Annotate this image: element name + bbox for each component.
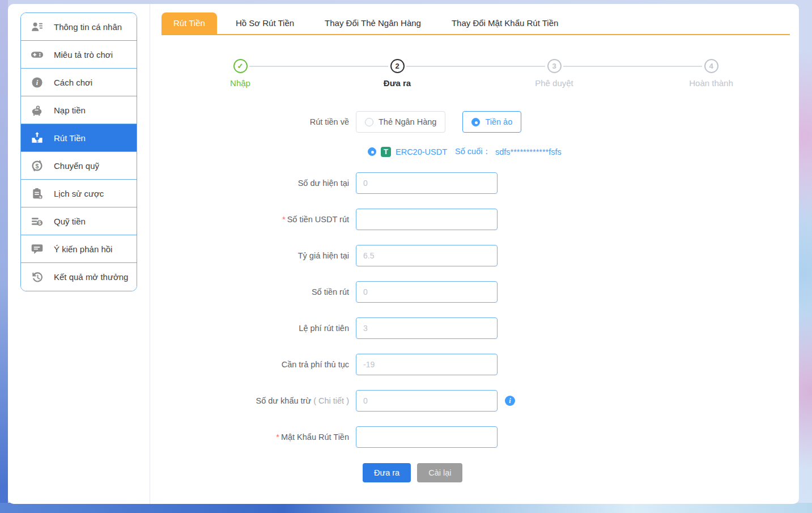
field-label: Lệ phí rút tiên [299, 324, 349, 333]
radio-dot [365, 118, 373, 126]
sidebar-item-personal-info[interactable]: Thông tin cá nhân [21, 13, 137, 41]
step-complete: 4 Hoàn thành [666, 59, 756, 88]
crypto-masked-address: sdfs************fsfs [495, 147, 562, 156]
withdraw-password-input[interactable] [356, 426, 498, 448]
field-label: Số dư khấu trừ [256, 396, 312, 405]
form-actions: Đưa ra Cài lại [363, 463, 799, 482]
gamepad-icon [31, 48, 44, 61]
tab-change-bank-card[interactable]: Thay Đổi Thẻ Ngân Hàng [313, 12, 433, 34]
withdraw-fee-input[interactable] [356, 317, 498, 339]
tab-withdraw[interactable]: Rút Tiền [161, 12, 217, 34]
step-submit: 2 Đưa ra [352, 59, 443, 88]
processing-fee-input[interactable] [356, 354, 498, 375]
withdraw-icon: $ [31, 132, 44, 145]
tab-change-withdraw-password[interactable]: Thay Đổi Mật Khẩu Rút Tiền [440, 12, 570, 34]
bet-history-icon: $ [31, 187, 44, 200]
details-link[interactable]: ( Chi tiết ) [313, 396, 349, 405]
info-icon: i [31, 76, 44, 89]
info-icon[interactable]: i [505, 396, 515, 406]
progress-stepper: ✓ Nhập 2 Đưa ra 3 Phê duyệt 4 Hoàn thành [150, 59, 799, 95]
sidebar-item-bet-history[interactable]: $ Lịch sử cược [21, 180, 137, 207]
required-marker: * [276, 433, 279, 442]
withdraw-amount-row: Số tiền rút [150, 281, 799, 303]
main-panel: Thông tin cá nhân Miêu tả trò chơi i Các… [8, 4, 799, 504]
sidebar-item-label: Rút Tiền [54, 133, 86, 143]
radio-dot-selected [471, 118, 480, 126]
sidebar-item-label: Chuyển quỹ [54, 161, 99, 171]
sidebar: Thông tin cá nhân Miêu tả trò chơi i Các… [20, 12, 137, 291]
svg-text:$: $ [36, 138, 39, 143]
svg-text:i: i [36, 79, 39, 87]
svg-text:$: $ [39, 194, 41, 198]
deduction-balance-row: Số dư khấu trừ ( Chi tiết ) i [150, 390, 799, 412]
reset-button[interactable]: Cài lại [417, 463, 462, 482]
tether-icon: T [381, 147, 391, 157]
sidebar-item-label: Nạp tiền [54, 105, 86, 115]
processing-fee-row: Cần trả phí thủ tục [150, 354, 799, 375]
sidebar-item-label: Kết quả mở thưởng [54, 272, 128, 282]
sidebar-item-funds[interactable]: $ Quỹ tiền [21, 207, 137, 235]
withdraw-fee-row: Lệ phí rút tiên [150, 317, 799, 339]
usdt-amount-row: *Số tiền USDT rút [150, 209, 799, 230]
sidebar-item-game-description[interactable]: Miêu tả trò chơi [21, 41, 137, 69]
sidebar-item-label: Ý kiến phản hồi [54, 244, 112, 254]
field-label: Số tiền rút [312, 287, 349, 296]
step-input: ✓ Nhập [195, 59, 286, 88]
current-balance-row: Số dư hiện tại [150, 172, 799, 194]
tab-bar: Rút Tiền Hồ Sơ Rút Tiền Thay Đổi Thẻ Ngâ… [161, 12, 790, 35]
field-label: Tỷ giá hiện tại [298, 251, 349, 260]
radio-bank-card[interactable]: Thẻ Ngân Hàng [356, 111, 445, 133]
sidebar-item-label: Thông tin cá nhân [54, 22, 122, 32]
exchange-rate-input[interactable] [356, 245, 498, 266]
withdraw-destination-label: Rút tiền về [150, 111, 356, 133]
funds-icon: $ [31, 215, 44, 228]
field-label: Mật Khẩu Rút Tiền [281, 433, 349, 442]
sidebar-item-label: Cách chơi [54, 78, 92, 87]
piggy-bank-icon [31, 104, 44, 117]
sidebar-item-label: Quỹ tiền [54, 217, 86, 226]
feedback-icon [31, 243, 44, 256]
withdraw-destination-options: Thẻ Ngân Hàng Tiền ảo [356, 111, 521, 133]
draw-results-icon [31, 270, 44, 283]
current-balance-input[interactable] [356, 172, 498, 194]
withdraw-amount-input[interactable] [356, 281, 498, 303]
background-left-band [0, 0, 8, 513]
sidebar-item-transfer-funds[interactable]: $ Chuyển quỹ [21, 152, 137, 180]
content-area: Rút Tiền Hồ Sơ Rút Tiền Thay Đổi Thẻ Ngâ… [150, 4, 799, 504]
usdt-amount-input[interactable] [356, 209, 498, 230]
background-bottom-band [0, 503, 812, 513]
withdraw-form: Số dư hiện tại *Số tiền USDT rút Tỷ giá … [150, 172, 799, 482]
crypto-last-digits-label: Số cuối： [455, 146, 491, 157]
sidebar-item-draw-results[interactable]: Kết quả mở thưởng [21, 263, 137, 291]
sidebar-item-label: Miêu tả trò chơi [54, 50, 113, 60]
transfer-funds-icon: $ [31, 159, 44, 172]
withdraw-password-row: *Mật Khẩu Rút Tiền [150, 426, 799, 448]
sidebar-item-withdraw[interactable]: $ Rút Tiền [21, 124, 137, 152]
svg-text:$: $ [39, 221, 41, 226]
tab-withdraw-records[interactable]: Hồ Sơ Rút Tiền [224, 12, 306, 34]
exchange-rate-row: Tỷ giá hiện tại [150, 245, 799, 266]
radio-crypto[interactable]: Tiền ảo [462, 111, 521, 133]
svg-text:$: $ [36, 162, 39, 169]
field-label: Số tiền USDT rút [287, 215, 349, 224]
field-label: Cần trả phí thủ tục [282, 360, 349, 369]
sidebar-item-how-to-play[interactable]: i Cách chơi [21, 69, 137, 96]
crypto-account-row[interactable]: T ERC20-USDT Số cuối： sdfs************fs… [368, 146, 799, 157]
sidebar-item-label: Lịch sử cược [54, 189, 104, 198]
required-marker: * [282, 215, 286, 224]
user-info-icon [31, 20, 44, 33]
step-approve: 3 Phê duyệt [509, 59, 600, 88]
submit-button[interactable]: Đưa ra [363, 463, 411, 482]
sidebar-item-feedback[interactable]: Ý kiến phản hồi [21, 235, 137, 263]
crypto-network: ERC20-USDT [396, 147, 447, 156]
step-check-icon: ✓ [233, 59, 248, 73]
sidebar-item-deposit[interactable]: Nạp tiền [21, 96, 137, 124]
crypto-radio-selected[interactable] [368, 147, 376, 156]
deduction-balance-input[interactable] [356, 390, 498, 412]
withdraw-destination-row: Rút tiền về Thẻ Ngân Hàng Tiền ảo [150, 111, 799, 133]
field-label: Số dư hiện tại [298, 179, 349, 188]
